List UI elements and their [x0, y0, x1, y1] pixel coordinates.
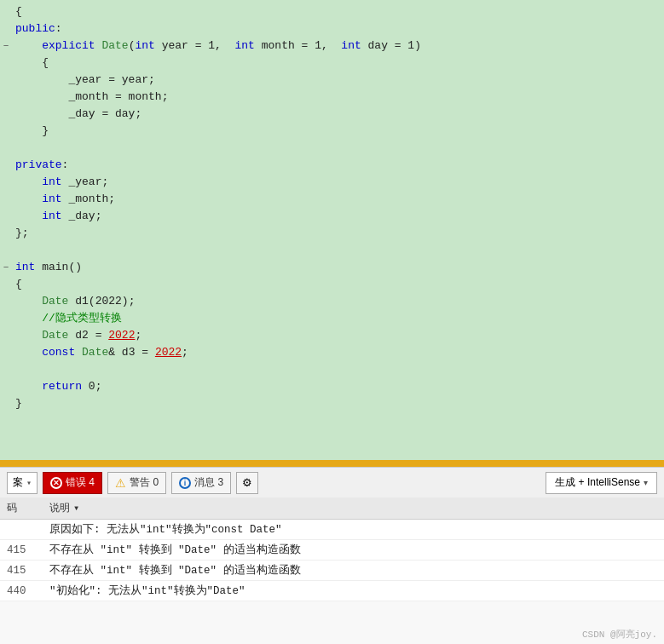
- code-content: {: [12, 55, 664, 72]
- warning-icon: ⚠: [115, 476, 126, 490]
- generate-button[interactable]: 生成 + IntelliSense ▾: [546, 472, 657, 494]
- code-line: {: [0, 276, 664, 293]
- code-content: [12, 242, 664, 259]
- code-content: const Date& d3 = 2022;: [12, 344, 664, 361]
- code-line: }: [0, 395, 664, 412]
- error-table-header: 码 说明 ▾: [0, 497, 664, 520]
- error-x-icon: ✕: [50, 477, 62, 489]
- code-line: //隐式类型转换: [0, 310, 664, 327]
- code-line: {: [0, 55, 664, 72]
- code-line: − explicit Date(int year = 1, int month …: [0, 37, 664, 55]
- code-content: private:: [12, 157, 664, 174]
- error-desc: 原因如下: 无法从"int"转换为"const Date": [49, 522, 657, 537]
- fold-gutter[interactable]: −: [0, 259, 12, 276]
- code-content: }: [12, 395, 664, 412]
- error-desc: "初始化": 无法从"int"转换为"Date": [49, 584, 657, 598]
- code-line: {: [0, 3, 664, 20]
- code-line: int _year;: [0, 174, 664, 191]
- code-content: return 0;: [12, 378, 664, 395]
- code-line: return 0;: [0, 378, 664, 395]
- warning-button[interactable]: ⚠ 警告 0: [107, 472, 166, 494]
- code-content: _year = year;: [12, 72, 664, 89]
- error-code: 440: [7, 585, 49, 597]
- error-button[interactable]: ✕ 错误 4: [43, 472, 102, 494]
- watermark: CSDN @阿亮joy.: [582, 628, 657, 641]
- code-content: {: [12, 276, 664, 293]
- code-editor: {public:− explicit Date(int year = 1, in…: [0, 0, 664, 644]
- info-label: 消息 3: [194, 475, 223, 490]
- code-line: _month = month;: [0, 89, 664, 106]
- code-content: [12, 361, 664, 378]
- code-line: const Date& d3 = 2022;: [0, 344, 664, 361]
- error-panel: 码 说明 ▾ 原因如下: 无法从"int"转换为"const Date"415不…: [0, 497, 664, 644]
- table-row[interactable]: 原因如下: 无法从"int"转换为"const Date": [0, 520, 664, 540]
- filter-button[interactable]: ⚙: [236, 472, 258, 494]
- col-desc-header: 说明 ▾: [49, 501, 657, 515]
- error-label: 错误 4: [66, 475, 95, 490]
- code-line: }: [0, 123, 664, 140]
- code-content: int _day;: [12, 208, 664, 225]
- bottom-toolbar: 案 ▾ ✕ 错误 4 ⚠ 警告 0 i 消息 3 ⚙ 生成 + IntelliS…: [0, 467, 664, 497]
- code-content: public:: [12, 20, 664, 37]
- filter-label: 案: [13, 475, 23, 490]
- error-code: 415: [7, 544, 49, 556]
- code-content: Date d2 = 2022;: [12, 327, 664, 344]
- error-desc: 不存在从 "int" 转换到 "Date" 的适当构造函数: [49, 543, 657, 557]
- code-content: //隐式类型转换: [12, 310, 664, 327]
- code-line: _day = day;: [0, 106, 664, 123]
- code-line: private:: [0, 157, 664, 174]
- code-content: int main(): [12, 259, 664, 276]
- error-desc: 不存在从 "int" 转换到 "Date" 的适当构造函数: [49, 563, 657, 578]
- code-line: int _day;: [0, 208, 664, 225]
- filter-dropdown[interactable]: 案 ▾: [7, 472, 38, 494]
- info-button[interactable]: i 消息 3: [171, 472, 231, 494]
- table-row[interactable]: 415不存在从 "int" 转换到 "Date" 的适当构造函数: [0, 561, 664, 581]
- code-line: public:: [0, 20, 664, 37]
- code-line: [0, 242, 664, 259]
- code-content: {: [12, 3, 664, 20]
- code-line: int _month;: [0, 191, 664, 208]
- code-line: Date d2 = 2022;: [0, 327, 664, 344]
- code-line: [0, 361, 664, 378]
- divider: [0, 460, 664, 467]
- code-content: _day = day;: [12, 106, 664, 123]
- error-rows: 原因如下: 无法从"int"转换为"const Date"415不存在从 "in…: [0, 520, 664, 601]
- code-content: };: [12, 225, 664, 242]
- code-content: int _year;: [12, 174, 664, 191]
- error-code: 415: [7, 565, 49, 577]
- code-line: _year = year;: [0, 72, 664, 89]
- warning-label: 警告 0: [130, 475, 159, 490]
- generate-chevron: ▾: [644, 478, 648, 487]
- info-icon: i: [179, 477, 191, 489]
- code-content: [12, 140, 664, 157]
- code-line: −int main(): [0, 259, 664, 276]
- fold-gutter[interactable]: −: [0, 37, 12, 55]
- code-area[interactable]: {public:− explicit Date(int year = 1, in…: [0, 0, 664, 460]
- code-content: _month = month;: [12, 89, 664, 106]
- code-line: [0, 140, 664, 157]
- table-row[interactable]: 415不存在从 "int" 转换到 "Date" 的适当构造函数: [0, 540, 664, 561]
- code-line: Date d1(2022);: [0, 293, 664, 310]
- generate-label: 生成 + IntelliSense: [555, 475, 640, 490]
- filter-icon: ⚙: [242, 476, 252, 489]
- filter-chevron: ▾: [26, 478, 32, 488]
- code-content: explicit Date(int year = 1, int month = …: [12, 37, 664, 55]
- col-code-header: 码: [7, 501, 49, 515]
- code-line: };: [0, 225, 664, 242]
- code-content: int _month;: [12, 191, 664, 208]
- code-content: }: [12, 123, 664, 140]
- table-row[interactable]: 440"初始化": 无法从"int"转换为"Date": [0, 581, 664, 601]
- code-content: Date d1(2022);: [12, 293, 664, 310]
